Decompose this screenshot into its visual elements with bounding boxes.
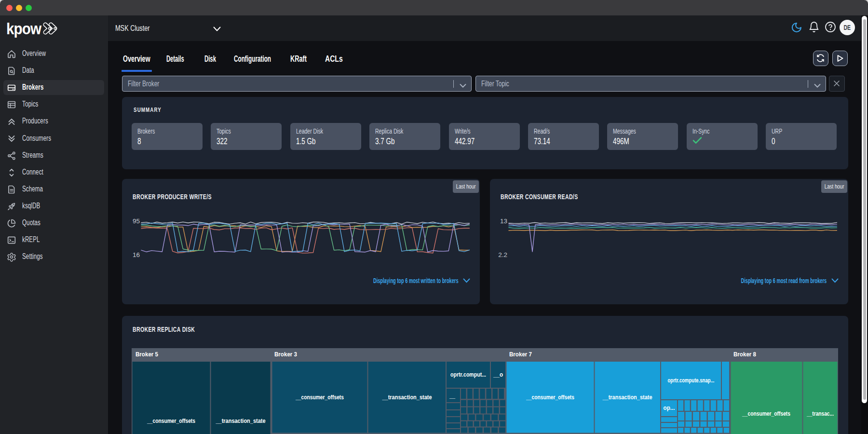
svg-text:13: 13 — [500, 217, 507, 225]
svg-text:Broker 5: Broker 5 — [136, 351, 158, 358]
svg-text:oprtr.comput...: oprtr.comput... — [450, 371, 486, 378]
svg-text:__consumer_offsets: __consumer_offsets — [742, 410, 790, 417]
svg-text:2.2: 2.2 — [498, 251, 507, 258]
svg-text:oprtr.compute.snap...: oprtr.compute.snap... — [668, 377, 715, 384]
svg-text:Broker 7: Broker 7 — [509, 351, 532, 358]
svg-text:__transaction_state: __transaction_state — [602, 394, 652, 401]
svg-text:__consumer_offsets: __consumer_offsets — [526, 394, 574, 401]
svg-text:__transac...: __transac... — [806, 410, 834, 417]
svg-text:__consumer_offsets: __consumer_offsets — [295, 394, 344, 401]
svg-text:__consumer_offsets: __consumer_offsets — [147, 418, 195, 424]
svg-text:__o: __o — [493, 371, 503, 378]
svg-text:95: 95 — [133, 217, 140, 225]
svg-text:__: __ — [449, 393, 456, 399]
svg-text:Broker 3: Broker 3 — [274, 351, 297, 358]
svg-text:op...: op... — [664, 405, 675, 411]
svg-text:__transaction_state: __transaction_state — [216, 418, 266, 424]
svg-text:Broker 8: Broker 8 — [733, 351, 756, 358]
svg-text:__transaction_state: __transaction_state — [382, 394, 432, 401]
svg-text:16: 16 — [133, 251, 140, 258]
